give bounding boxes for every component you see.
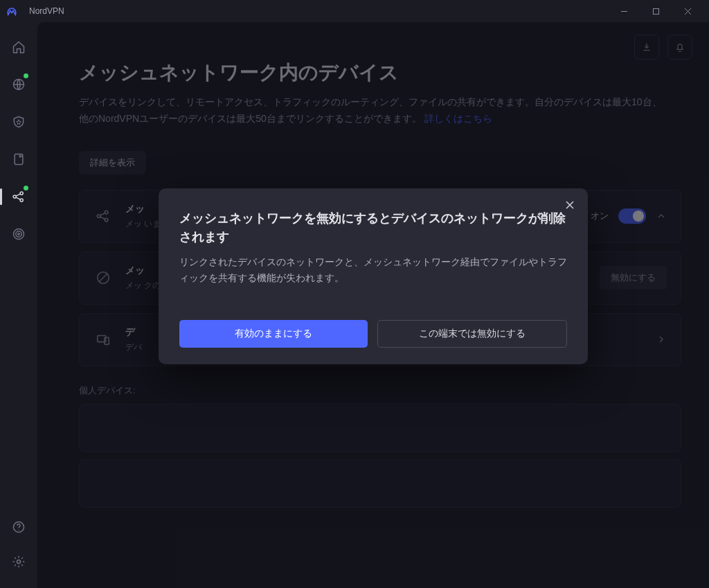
nordvpn-logo-icon [6,5,18,17]
window-maximize-button[interactable] [640,0,672,22]
window-minimize-button[interactable] [608,0,640,22]
disable-this-device-button[interactable]: この端末では無効にする [377,320,567,348]
content-panel: メッシュネットワーク内のデバイス デバイスをリンクして、リモートアクセス、トラフ… [37,22,709,588]
svg-point-7 [16,231,21,237]
sidebar-upload-icon[interactable] [6,147,31,172]
modal-overlay: メッシュネットワークを無効にするとデバイスのネットワークが削除されます リンクさ… [37,22,709,588]
sidebar [0,22,37,588]
close-icon[interactable] [560,195,580,215]
modal-description: リンクされたデバイスのネットワークと、メッシュネットワーク経由でファイルやトラフ… [179,255,567,287]
titlebar: NordVPN [0,0,709,22]
sidebar-gear-icon[interactable] [6,549,31,574]
sidebar-shield-icon[interactable] [6,109,31,134]
status-dot-icon [24,73,28,78]
window-close-button[interactable] [672,0,703,22]
titlebar-title: NordVPN [29,6,64,16]
svg-point-10 [18,530,19,531]
keep-enabled-button[interactable]: 有効のままにする [179,320,368,348]
svg-point-6 [14,229,24,240]
sidebar-target-icon[interactable] [6,222,31,247]
sidebar-mesh-icon[interactable] [6,184,31,209]
svg-rect-0 [653,8,658,14]
modal-title: メッシュネットワークを無効にするとデバイスのネットワークが削除されます [179,209,567,247]
svg-point-8 [18,233,20,235]
sidebar-home-icon[interactable] [6,35,31,60]
svg-point-11 [17,560,21,564]
sidebar-help-icon[interactable] [6,515,31,540]
disable-meshnet-modal: メッシュネットワークを無効にするとデバイスのネットワークが削除されます リンクさ… [159,188,588,364]
sidebar-globe-icon[interactable] [6,72,31,97]
status-dot-icon [24,186,28,190]
